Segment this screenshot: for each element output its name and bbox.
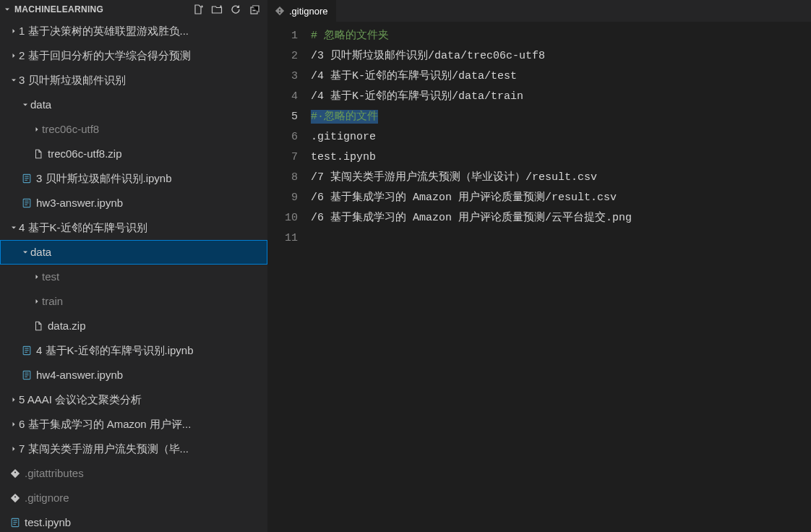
chevron-right-icon[interactable] (32, 273, 42, 281)
explorer-header: MACHINELEARNING (0, 0, 267, 19)
svg-rect-12 (25, 351, 27, 352)
notebook-icon (9, 518, 22, 528)
line-number: 8 (267, 168, 298, 188)
collapse-all-icon[interactable] (249, 4, 260, 15)
svg-rect-18 (13, 520, 17, 520)
code-line[interactable]: /6 基于集成学习的 Amazon 用户评论质量预测/result.csv (311, 188, 811, 208)
new-folder-icon[interactable] (211, 4, 223, 15)
svg-rect-6 (25, 200, 28, 201)
folder-row[interactable]: 6 基于集成学习的 Amazon 用户评... (0, 412, 267, 437)
folder-row[interactable]: 4 基于K-近邻的车牌号识别 (0, 215, 267, 240)
svg-rect-4 (25, 179, 27, 180)
notebook-icon (20, 173, 33, 184)
tab-label: .gitignore (289, 6, 327, 17)
line-number-gutter: 1234567891011 (267, 22, 311, 532)
zip-icon (32, 149, 45, 159)
chevron-right-icon[interactable] (9, 27, 19, 35)
code-line[interactable]: .gitignore (311, 127, 811, 147)
tree-item-label: 4 基于K-近邻的车牌号识别.ipynb (36, 338, 267, 363)
chevron-right-icon[interactable] (9, 51, 19, 60)
code-content[interactable]: # 忽略的文件夹/3 贝叶斯垃圾邮件识别/data/trec06c-utf8/4… (311, 22, 811, 532)
file-row[interactable]: data.zip (0, 314, 267, 338)
folder-row[interactable]: test (0, 265, 267, 289)
code-line[interactable]: /7 某闯关类手游用户流失预测（毕业设计）/result.csv (311, 168, 811, 188)
line-number: 9 (267, 188, 298, 208)
file-row[interactable]: trec06c-utf8.zip (0, 142, 267, 166)
file-row[interactable]: test.ipynb (0, 510, 267, 532)
code-line[interactable]: /4 基于K-近邻的车牌号识别/data/train (311, 87, 811, 107)
code-line[interactable]: /3 贝叶斯垃圾邮件识别/data/trec06c-utf8 (311, 46, 811, 66)
folder-row[interactable]: data (0, 240, 267, 265)
chevron-right-icon[interactable] (32, 297, 42, 306)
chevron-down-icon[interactable] (20, 100, 30, 109)
svg-rect-8 (25, 204, 27, 205)
tree-item-label: train (42, 289, 267, 314)
file-row[interactable]: 3 贝叶斯垃圾邮件识别.ipynb (0, 166, 267, 191)
file-row[interactable]: 4 基于K-近邻的车牌号识别.ipynb (0, 338, 267, 363)
line-number: 5 (267, 107, 298, 127)
code-area[interactable]: 1234567891011 # 忽略的文件夹/3 贝叶斯垃圾邮件识别/data/… (267, 22, 811, 532)
svg-rect-7 (25, 202, 28, 203)
code-line[interactable]: # 忽略的文件夹 (311, 26, 811, 46)
folder-row[interactable]: 3 贝叶斯垃圾邮件识别 (0, 68, 267, 93)
svg-rect-14 (25, 372, 28, 373)
chevron-right-icon[interactable] (9, 395, 19, 404)
tree-item-label: 6 基于集成学习的 Amazon 用户评... (19, 412, 267, 437)
folder-row[interactable]: 5 AAAI 会议论文聚类分析 (0, 387, 267, 412)
tree-item-label: 5 AAAI 会议论文聚类分析 (19, 387, 267, 412)
line-number: 6 (267, 127, 298, 147)
file-row[interactable]: .gitattributes (0, 461, 267, 486)
code-line[interactable]: /4 基于K-近邻的车牌号识别/data/test (311, 66, 811, 87)
tree-item-label: trec06c-utf8 (42, 117, 267, 142)
folder-row[interactable]: 2 基于回归分析的大学综合得分预测 (0, 43, 267, 68)
svg-rect-11 (25, 350, 28, 351)
line-number: 3 (267, 66, 298, 87)
file-row[interactable]: .gitignore (0, 486, 267, 510)
notebook-icon (20, 370, 33, 380)
file-row[interactable]: hw4-answer.ipynb (0, 363, 267, 387)
chevron-down-icon[interactable] (3, 5, 13, 14)
tree-item-label: data.zip (48, 314, 267, 338)
new-file-icon[interactable] (192, 4, 204, 15)
file-row[interactable]: hw3-answer.ipynb (0, 191, 267, 215)
tree-item-label: 1 基于决策树的英雄联盟游戏胜负... (19, 19, 267, 43)
tree-item-label: .gitattributes (25, 461, 267, 486)
svg-rect-19 (13, 522, 17, 523)
tree-item-label: data (30, 93, 267, 117)
line-number: 4 (267, 87, 298, 107)
notebook-icon (20, 346, 33, 356)
chevron-right-icon[interactable] (9, 445, 19, 453)
chevron-right-icon[interactable] (9, 420, 19, 429)
refresh-icon[interactable] (230, 4, 241, 15)
code-line[interactable]: #·忽略的文件 (311, 107, 811, 127)
svg-rect-2 (25, 176, 28, 176)
tree-item-label: 3 贝叶斯垃圾邮件识别 (19, 68, 267, 93)
chevron-down-icon[interactable] (20, 248, 30, 257)
svg-rect-15 (25, 374, 28, 375)
chevron-right-icon[interactable] (32, 125, 42, 134)
tree-item-label: trec06c-utf8.zip (48, 142, 267, 166)
git-icon (9, 468, 22, 479)
zip-icon (32, 321, 45, 331)
file-tree[interactable]: 1 基于决策树的英雄联盟游戏胜负...2 基于回归分析的大学综合得分预测3 贝叶… (0, 19, 267, 532)
code-line[interactable]: /6 基于集成学习的 Amazon 用户评论质量预测/云平台提交.png (311, 208, 811, 228)
tree-item-label: test (42, 265, 267, 289)
folder-row[interactable]: data (0, 93, 267, 117)
folder-row[interactable]: trec06c-utf8 (0, 117, 267, 142)
git-icon (9, 493, 22, 503)
tree-item-label: 2 基于回归分析的大学综合得分预测 (19, 43, 267, 68)
tab-bar: .gitignore (267, 0, 811, 22)
explorer-sidebar: MACHINELEARNING 1 基于决策树的英雄联盟游戏胜负...2 基于回… (0, 0, 267, 532)
svg-rect-16 (25, 376, 27, 377)
code-line[interactable]: test.ipynb (311, 147, 811, 168)
tree-item-label: 4 基于K-近邻的车牌号识别 (19, 215, 267, 240)
chevron-down-icon[interactable] (9, 76, 19, 85)
svg-rect-20 (13, 523, 16, 524)
folder-row[interactable]: train (0, 289, 267, 314)
folder-row[interactable]: 1 基于决策树的英雄联盟游戏胜负... (0, 19, 267, 43)
folder-row[interactable]: 7 某闯关类手游用户流失预测（毕... (0, 437, 267, 461)
code-line[interactable] (311, 228, 811, 249)
chevron-down-icon[interactable] (9, 223, 19, 232)
tab-gitignore[interactable]: .gitignore (267, 0, 337, 22)
editor-pane: .gitignore 1234567891011 # 忽略的文件夹/3 贝叶斯垃… (267, 0, 811, 532)
